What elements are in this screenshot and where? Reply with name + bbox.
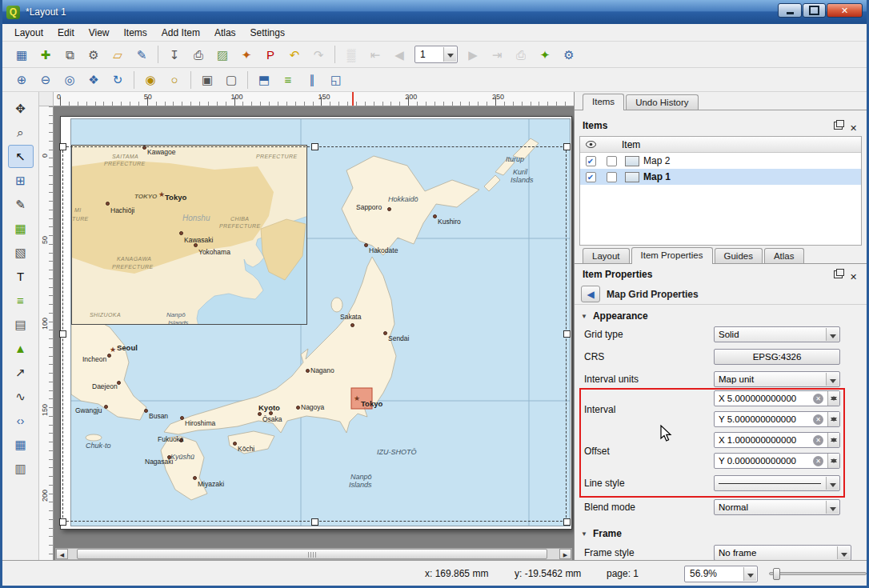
first-feature-button[interactable]: ⇤ <box>364 44 386 65</box>
zoom-slider[interactable] <box>769 572 867 575</box>
panel-tab-items[interactable]: Items <box>583 94 624 110</box>
properties-tab-atlas[interactable]: Atlas <box>764 248 804 263</box>
add-picture-button[interactable]: ▧ <box>8 241 34 264</box>
scroll-left-arrow[interactable]: ◀ <box>56 549 68 559</box>
unlock-all-items-button[interactable]: ○ <box>163 70 186 90</box>
zoom-out-button[interactable]: ⊖ <box>34 70 57 90</box>
close-panel-button[interactable] <box>850 269 860 279</box>
lock-checkbox[interactable] <box>607 172 617 182</box>
load-from-template-button[interactable]: ▱ <box>106 44 129 65</box>
export-as-svg-button[interactable]: ✦ <box>235 44 258 65</box>
preview-atlas-button[interactable]: ▒ <box>340 44 362 65</box>
scroll-right-arrow[interactable]: ▶ <box>559 549 571 559</box>
frame-style-combo[interactable]: No frame <box>714 545 851 561</box>
distribute-items-button[interactable]: ∥ <box>301 70 323 90</box>
frame-section-header[interactable]: Frame <box>581 528 622 539</box>
lock-selected-items-button[interactable]: ◉ <box>139 70 162 90</box>
horizontal-scrollbar[interactable]: ◀ ▶ <box>55 548 572 560</box>
add-html-button[interactable]: ‹› <box>8 409 34 432</box>
clear-icon[interactable] <box>813 414 823 425</box>
zoom-button[interactable]: ⌕ <box>8 121 34 144</box>
zoom-actual-button[interactable]: ◎ <box>58 70 81 90</box>
offset-x-input[interactable]: X 1.000000000000 <box>714 432 840 448</box>
save-as-template-button[interactable]: ✎ <box>130 44 153 65</box>
add-scalebar-button[interactable]: ▤ <box>8 313 34 336</box>
export-as-pdf-button[interactable]: P <box>259 44 282 65</box>
clear-icon[interactable] <box>813 435 823 446</box>
resize-handle[interactable] <box>59 143 66 150</box>
menu-view[interactable]: View <box>82 26 117 40</box>
map-item-1[interactable]: SapporoHokkaidōKushiroIturupKurilIslands… <box>70 118 571 526</box>
interval-x-input[interactable]: X 5.000000000000 <box>714 390 840 406</box>
resize-handle[interactable] <box>59 330 66 338</box>
export-atlas-button[interactable]: ✦ <box>534 44 556 65</box>
redo-button[interactable]: ↷ <box>307 44 330 65</box>
undo-button[interactable]: ↶ <box>283 44 306 65</box>
atlas-settings-button[interactable]: ⚙ <box>558 44 580 65</box>
last-feature-button[interactable]: ⇥ <box>486 44 508 65</box>
interval-units-combo[interactable]: Map unit <box>714 371 840 387</box>
print-layout-button[interactable]: ⎙ <box>187 44 210 65</box>
duplicate-layout-button[interactable]: ⧉ <box>58 44 81 65</box>
menu-settings[interactable]: Settings <box>243 26 292 40</box>
refresh-view-button[interactable]: ↻ <box>106 70 129 90</box>
add-fixed-table-button[interactable]: ▥ <box>8 457 34 480</box>
items-row-map-2[interactable]: ✔Map 2 <box>580 153 861 169</box>
resize-handle[interactable] <box>563 143 571 150</box>
spin-buttons[interactable] <box>827 391 839 406</box>
add-map-button[interactable]: ▦ <box>8 217 34 240</box>
print-atlas-button[interactable]: ⎙ <box>510 44 532 65</box>
menu-edit[interactable]: Edit <box>50 26 82 40</box>
zoom-in-button[interactable]: ⊕ <box>10 70 33 90</box>
appearance-section-header[interactable]: Appearance <box>581 310 648 322</box>
layout-manager-button[interactable]: ⚙ <box>82 44 105 65</box>
save-project-button[interactable]: ▦ <box>10 44 33 65</box>
resize-handle[interactable] <box>311 143 318 150</box>
offset-y-input[interactable]: Y 0.000000000000 <box>714 453 840 469</box>
add-node-item-button[interactable]: ∿ <box>8 385 34 408</box>
crs-button[interactable]: EPSG:4326 <box>714 349 840 365</box>
scrollbar-thumb[interactable] <box>77 549 547 559</box>
add-legend-button[interactable]: ≡ <box>8 289 34 312</box>
properties-tab-layout[interactable]: Layout <box>583 248 630 263</box>
panel-tab-undo-history[interactable]: Undo History <box>626 94 698 110</box>
resize-handle[interactable] <box>311 518 318 526</box>
items-row-map-1[interactable]: ✔Map 1 <box>580 169 861 185</box>
add-shape-button[interactable]: ▲ <box>8 337 34 360</box>
map-item-2[interactable]: SAITAMAPREFECTUREKawagoePREFECTURETOKYO★… <box>71 145 307 325</box>
spin-buttons[interactable] <box>827 412 839 426</box>
resize-handle[interactable] <box>563 518 571 526</box>
previous-feature-button[interactable]: ◀ <box>388 44 410 65</box>
menu-atlas[interactable]: Atlas <box>207 26 243 40</box>
ungroup-items-button[interactable]: ▢ <box>220 70 242 90</box>
edit-nodes-item-button[interactable]: ✎ <box>8 193 34 216</box>
resize-handle[interactable] <box>59 518 66 526</box>
add-arrow-button[interactable]: ↗ <box>8 361 34 384</box>
add-attribute-table-button[interactable]: ▦ <box>8 433 34 456</box>
properties-tab-guides[interactable]: Guides <box>715 248 763 263</box>
add-items-from-template-button[interactable]: ↧ <box>163 44 186 65</box>
menu-items[interactable]: Items <box>117 26 154 40</box>
resize-handle[interactable] <box>563 330 571 338</box>
move-item-content-button[interactable]: ⊞ <box>8 169 34 192</box>
menu-add-item[interactable]: Add Item <box>154 26 207 40</box>
new-layout-button[interactable]: ✚ <box>34 44 57 65</box>
close-button[interactable] <box>827 3 863 18</box>
next-feature-button[interactable]: ▶ <box>462 44 484 65</box>
maximize-button[interactable] <box>803 3 826 18</box>
spin-buttons[interactable] <box>827 433 839 447</box>
zoom-full-button[interactable]: ❖ <box>82 70 105 90</box>
interval-y-input[interactable]: Y 5.000000000000 <box>714 411 840 427</box>
lock-checkbox[interactable] <box>607 156 617 166</box>
minimize-button[interactable] <box>778 3 802 18</box>
group-items-button[interactable]: ▣ <box>196 70 218 90</box>
raise-selected-items-button[interactable]: ⬒ <box>253 70 275 90</box>
export-as-image-button[interactable]: ▨ <box>211 44 234 65</box>
spin-buttons[interactable] <box>827 454 839 468</box>
add-label-button[interactable]: T <box>8 265 34 288</box>
float-panel-button[interactable] <box>833 269 843 279</box>
clear-icon[interactable] <box>813 394 823 404</box>
select-move-item-button[interactable]: ↖ <box>8 145 34 168</box>
float-panel-button[interactable] <box>833 120 843 130</box>
visibility-checkbox[interactable]: ✔ <box>586 156 596 166</box>
